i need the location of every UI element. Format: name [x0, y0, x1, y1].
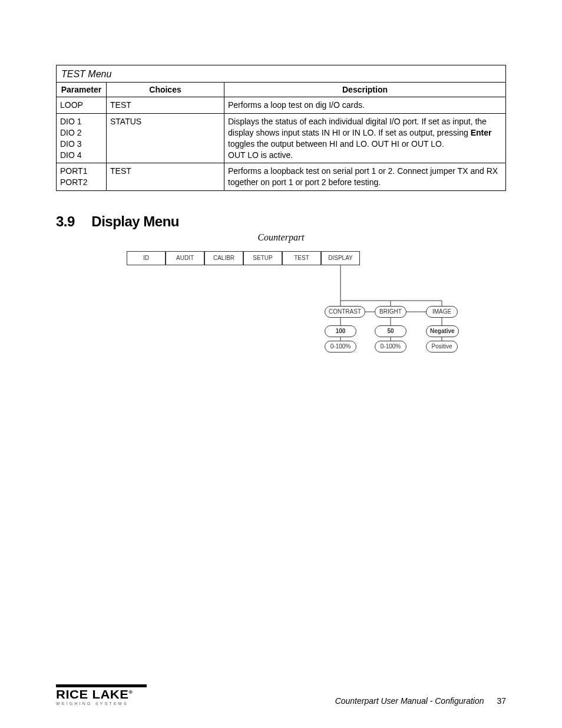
test-menu-table: TEST Menu Parameter Choices Description … [56, 65, 506, 191]
menu-display: DISPLAY [321, 251, 360, 265]
pill-bright-value: 50 [375, 325, 406, 337]
cell-desc: Performs a loopback test on serial port … [224, 163, 506, 191]
table-row: PORT1 PORT2 TEST Performs a loopback tes… [57, 163, 506, 191]
page-footer: RICE LAKE® WEIGHING SYSTEMS Counterpart … [56, 684, 506, 706]
section-title: Display Menu [91, 213, 179, 229]
th-choices: Choices [107, 83, 224, 97]
th-parameter: Parameter [57, 83, 107, 97]
brand-tagline: WEIGHING SYSTEMS [56, 701, 138, 706]
menu-audit: AUDIT [166, 251, 204, 265]
menu-calibr: CALIBR [204, 251, 243, 265]
footer-doc-title: Counterpart User Manual - Configuration [335, 696, 484, 706]
menu-test: TEST [282, 251, 321, 265]
cell-param: DIO 1 DIO 2 DIO 3 DIO 4 [57, 113, 107, 163]
pill-bright: BRIGHT [375, 306, 406, 318]
section-number: 3.9 [56, 213, 75, 229]
cell-desc: Displays the status of each individual d… [224, 113, 506, 163]
brand-logo: RICE LAKE® WEIGHING SYSTEMS [56, 684, 138, 706]
cell-choices: STATUS [107, 113, 224, 163]
cell-param: PORT1 PORT2 [57, 163, 107, 191]
table-caption: TEST Menu [56, 65, 506, 82]
menu-id: ID [127, 251, 166, 265]
pill-contrast: CONTRAST [325, 306, 365, 318]
section-heading: 3.9 Display Menu [56, 213, 506, 230]
section-subtitle: Counterpart [56, 232, 506, 243]
table-row: DIO 1 DIO 2 DIO 3 DIO 4 STATUS Displays … [57, 113, 506, 163]
th-description: Description [224, 83, 506, 97]
pill-image-positive: Positive [426, 341, 458, 353]
pill-contrast-range: 0-100% [325, 341, 356, 353]
cell-desc: Performs a loop test on dig I/O cards. [224, 97, 506, 114]
cell-param: LOOP [57, 97, 107, 114]
pill-image: IMAGE [426, 306, 458, 318]
cell-choices: TEST [107, 97, 224, 114]
pill-contrast-value: 100 [325, 325, 356, 337]
table-row: LOOP TEST Performs a loop test on dig I/… [57, 97, 506, 114]
cell-choices: TEST [107, 163, 224, 191]
pill-bright-range: 0-100% [375, 341, 406, 353]
menu-diagram: ID AUDIT CALIBR SETUP TEST DISPLAY CONTR… [56, 251, 506, 381]
menu-setup: SETUP [243, 251, 282, 265]
page-number: 37 [497, 696, 506, 706]
pill-image-negative: Negative [426, 325, 459, 337]
